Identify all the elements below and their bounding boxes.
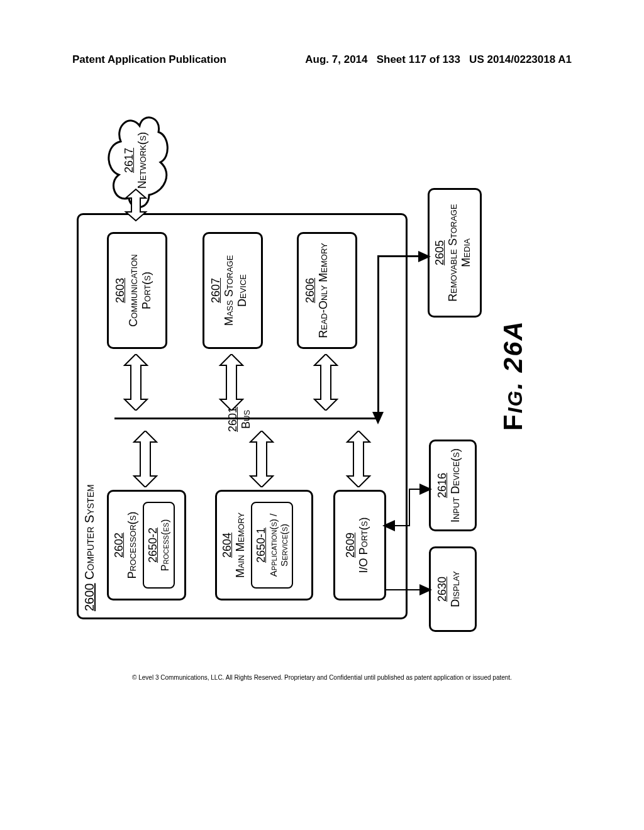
input-device-text: Input Device(s) [449, 445, 462, 526]
computer-system-text: Computer System [82, 484, 96, 580]
figure-26a-diagram: 2600 Computer System 2601 Bus 2602 Proce… [77, 123, 555, 619]
mass-storage-ref: 2607 [209, 278, 222, 303]
io-port-box: 2609 I/O Port(s) [333, 490, 386, 600]
comm-port-text: Communication Port(s) [127, 238, 153, 343]
mass-storage-box: 2607 Mass Storage Device [203, 232, 263, 349]
arrow-input-down [419, 484, 432, 495]
input-device-box: 2616 Input Device(s) [429, 440, 477, 531]
processor-text: Processor(s) [126, 495, 139, 595]
removable-storage-ref: 2605 [433, 240, 446, 265]
removable-storage-box: 2605 Removable Storage Media [428, 188, 482, 318]
line-ioport-input-h [409, 489, 410, 526]
arrow-removable-left [372, 412, 384, 424]
main-memory-ref: 2604 [221, 533, 233, 558]
computer-system-label: 2600 Computer System [82, 484, 97, 611]
arrow-mainmemory-bus [247, 431, 277, 487]
line-bus-removable-h [377, 256, 379, 419]
arrow-ioport-display-head [419, 584, 432, 595]
arrow-bus-mass [216, 354, 247, 411]
rom-box: 2606 Read-Only Memory [297, 232, 357, 349]
header-sheet: Sheet 117 of 133 [377, 53, 460, 65]
header-meta: Aug. 7, 2014 Sheet 117 of 133 US 2014/02… [305, 53, 572, 66]
header-publication: Patent Application Publication [72, 53, 226, 66]
application-ref: 2650-1 [255, 528, 267, 563]
input-device-ref: 2616 [436, 473, 448, 498]
header-date: Aug. 7, 2014 [305, 53, 367, 65]
rom-text: Read-Only Memory [317, 238, 330, 343]
display-text: Display [449, 552, 462, 626]
application-box: 2650-1 Application(s) / Service(s) [251, 502, 293, 589]
figure-caption: FIG. Fig. 26A26A [498, 320, 528, 431]
header-pubnum: US 2014/0223018 A1 [469, 53, 572, 65]
arrow-ioport-bus [343, 431, 374, 487]
rom-ref: 2606 [304, 278, 316, 303]
io-port-text: I/O Port(s) [357, 495, 370, 595]
processes-box: 2650-2 Process(es) [143, 502, 175, 589]
computer-system-ref: 2600 [82, 584, 96, 612]
processes-text: Process(es) [160, 507, 171, 584]
comm-port-ref: 2603 [114, 278, 126, 303]
display-box: 2630 Display [429, 546, 477, 632]
arrow-bus-rom [311, 354, 341, 411]
arrow-bus-comm [121, 354, 151, 411]
processor-box: 2602 Processor(s) 2650-2 Process(es) [107, 490, 186, 600]
main-memory-box: 2604 Main Memory 2650-1 Application(s) /… [215, 490, 313, 600]
footer-copyright: © Level 3 Communications, LLC. All Right… [0, 674, 644, 681]
application-text: Application(s) / Service(s) [268, 507, 289, 584]
mass-storage-text: Mass Storage Device [223, 238, 249, 343]
processor-ref: 2602 [113, 533, 125, 558]
page-header: Patent Application Publication Aug. 7, 2… [0, 53, 644, 66]
main-memory-text: Main Memory [234, 495, 247, 595]
arrow-comm-network [121, 202, 151, 233]
io-port-ref: 2609 [344, 533, 357, 558]
arrow-input-up [382, 520, 395, 531]
arrow-removable-down [418, 251, 431, 262]
comm-port-box: 2603 Communication Port(s) [107, 232, 167, 349]
removable-storage-text: Removable Storage Media [447, 194, 473, 312]
processes-ref: 2650-2 [147, 528, 159, 563]
arrow-processor-bus [130, 431, 160, 487]
bus-text: Bus [240, 410, 252, 429]
display-ref: 2630 [436, 577, 448, 602]
network-ref: 2617 [123, 148, 135, 173]
